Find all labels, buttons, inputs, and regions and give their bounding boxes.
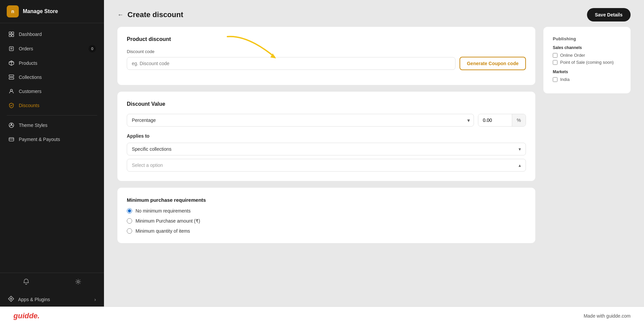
sidebar-item-apps[interactable]: Apps & Plugins ›: [0, 292, 104, 307]
online-order-checkbox[interactable]: [553, 53, 557, 58]
pos-checkbox[interactable]: [553, 60, 557, 65]
discount-code-input[interactable]: [127, 57, 455, 70]
products-icon: [8, 60, 15, 66]
discount-value-title: Discount Value: [127, 101, 526, 107]
sidebar-item-products[interactable]: Products: [0, 56, 104, 70]
page-title: Create discount: [127, 10, 183, 19]
guidde-logo: guidde.: [13, 312, 40, 320]
product-discount-title: Product discount: [127, 36, 526, 42]
min-qty-label: Minimum quantity of items: [136, 228, 190, 234]
pos-item[interactable]: Point of Sale (coming soon): [553, 60, 621, 65]
footer-tagline: Made with guidde.com: [584, 313, 631, 319]
discount-value-input-wrap: %: [478, 114, 526, 127]
discount-code-row: Generate Coupon code: [127, 57, 526, 70]
no-minimum-radio[interactable]: [127, 208, 132, 214]
guidde-logo-text: guidde.: [13, 312, 40, 320]
footer: guidde. Made with guidde.com: [0, 307, 644, 325]
back-button[interactable]: ←: [117, 11, 123, 18]
product-discount-card: Product discount Discount code: [117, 27, 535, 85]
apps-chevron-icon: ›: [94, 297, 96, 302]
dashboard-icon: [8, 31, 15, 38]
payment-icon: [8, 136, 15, 143]
discount-value-card: Discount Value Percentage Fixed Amount ▾…: [117, 92, 535, 181]
side-column: Publishing Sales channels Online Order P…: [543, 27, 631, 243]
min-qty-option[interactable]: Minimum quantity of items: [127, 228, 526, 234]
collections-label: Collections: [19, 75, 42, 80]
no-minimum-label: No minimum requirements: [136, 208, 191, 214]
min-amount-option[interactable]: Minimum Purchase amount (₹): [127, 218, 526, 224]
applies-to-section: Applies to Specific collections ▾ Select…: [127, 133, 526, 172]
generate-coupon-button[interactable]: Generate Coupon code: [460, 57, 526, 70]
min-amount-label: Minimum Purchase amount (₹): [136, 218, 200, 224]
discount-type-select[interactable]: Percentage Fixed Amount: [127, 114, 474, 127]
applies-to-label: Applies to: [127, 133, 526, 139]
content-area: Product discount Discount code: [104, 27, 644, 257]
theme-styles-label: Theme Styles: [19, 123, 48, 128]
sidebar-header: n Manage Store: [0, 0, 104, 23]
svg-rect-4: [9, 35, 11, 37]
discount-value-row: Percentage Fixed Amount ▾ %: [127, 114, 526, 127]
orders-badge: 0: [89, 45, 96, 52]
publishing-card: Publishing Sales channels Online Order P…: [543, 27, 631, 93]
app-logo: n: [7, 5, 19, 17]
svg-text:n: n: [11, 9, 14, 14]
sidebar-item-orders[interactable]: Orders 0: [0, 41, 104, 56]
sidebar-item-theme-styles[interactable]: Theme Styles: [0, 118, 104, 132]
no-minimum-option[interactable]: No minimum requirements: [127, 208, 526, 214]
applies-to-value: Specific collections: [132, 146, 171, 152]
svg-rect-5: [12, 35, 14, 37]
sidebar-item-discounts[interactable]: Discounts: [0, 98, 104, 112]
discounts-label: Discounts: [19, 103, 39, 108]
min-purchase-radio-group: No minimum requirements Minimum Purchase…: [127, 208, 526, 234]
min-purchase-card: Minimum purchase requirements No minimum…: [117, 188, 535, 243]
main-content: ← Create discount Save Details Product d…: [104, 0, 644, 307]
sidebar: n Manage Store Dashboard: [0, 0, 104, 307]
products-label: Products: [19, 60, 37, 66]
page-title-area: ← Create discount: [117, 10, 183, 19]
india-market-checkbox[interactable]: [553, 77, 557, 82]
sales-channels-label: Sales channels: [553, 45, 621, 50]
customers-icon: [8, 88, 15, 95]
india-market-label: India: [560, 77, 570, 82]
select-option-chevron-icon: ▴: [519, 162, 521, 168]
settings-icon[interactable]: [75, 278, 82, 287]
sidebar-item-payment[interactable]: Payment & Payouts: [0, 132, 104, 146]
sidebar-item-collections[interactable]: Collections: [0, 70, 104, 84]
india-market-item[interactable]: India: [553, 77, 621, 82]
svg-rect-2: [9, 32, 11, 34]
online-order-item[interactable]: Online Order: [553, 53, 621, 58]
sidebar-item-customers[interactable]: Customers: [0, 84, 104, 98]
theme-styles-icon: [8, 122, 15, 129]
svg-point-14: [10, 89, 12, 91]
discount-code-group: Discount code Generate Coupon code: [127, 49, 526, 70]
discount-type-select-wrapper: Percentage Fixed Amount ▾: [127, 114, 474, 127]
select-option-dropdown[interactable]: Select a option ▴: [127, 159, 526, 172]
notification-icon[interactable]: [23, 278, 30, 287]
applies-to-dropdown[interactable]: Specific collections ▾: [127, 143, 526, 155]
sidebar-item-dashboard[interactable]: Dashboard: [0, 27, 104, 41]
collections-icon: [8, 74, 15, 81]
svg-rect-13: [9, 78, 14, 79]
svg-point-16: [11, 124, 12, 125]
publishing-title: Publishing: [553, 36, 621, 41]
svg-rect-6: [9, 47, 13, 51]
discount-value-input[interactable]: [478, 114, 512, 126]
orders-icon: [8, 45, 15, 52]
payment-label: Payment & Payouts: [19, 137, 60, 142]
customers-label: Customers: [19, 89, 42, 94]
applies-to-chevron-icon: ▾: [519, 146, 521, 152]
save-details-button[interactable]: Save Details: [587, 8, 631, 21]
discounts-icon: [8, 102, 15, 109]
sidebar-lower: Apps & Plugins ›: [0, 273, 104, 307]
online-order-label: Online Order: [560, 53, 585, 58]
svg-rect-17: [9, 138, 14, 141]
pos-label: Point of Sale (coming soon): [560, 60, 614, 65]
min-amount-radio[interactable]: [127, 218, 132, 224]
min-qty-radio[interactable]: [127, 228, 132, 234]
sidebar-title: Manage Store: [23, 8, 58, 14]
orders-label: Orders: [19, 46, 33, 51]
main-column: Product discount Discount code: [117, 27, 535, 243]
apps-icon: [8, 296, 14, 303]
select-option-placeholder: Select a option: [132, 162, 163, 168]
page-header: ← Create discount Save Details: [104, 0, 644, 27]
